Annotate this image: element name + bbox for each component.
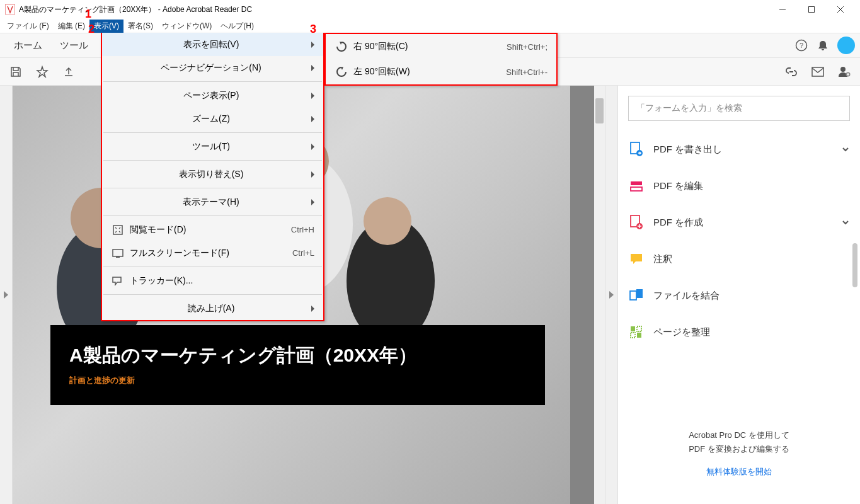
annotation-3: 3 [310, 23, 316, 36]
close-button[interactable] [826, 0, 855, 19]
chevron-down-icon [841, 145, 850, 154]
menu-sign[interactable]: 署名(S) [123, 20, 158, 33]
submenu-arrow-icon [311, 116, 314, 122]
submenu-arrow-icon [311, 171, 314, 178]
submenu-arrow-icon [311, 199, 314, 205]
svg-rect-33 [636, 289, 643, 298]
submenu-arrow-icon [311, 65, 314, 71]
user-avatar[interactable] [837, 37, 855, 54]
menu-read-aloud[interactable]: 読み上げ(A) [102, 297, 323, 320]
svg-rect-32 [630, 291, 636, 300]
tool-label: ファイルを結合 [653, 290, 850, 302]
svg-text:?: ? [800, 42, 803, 49]
svg-rect-39 [113, 249, 123, 256]
mail-icon[interactable] [806, 60, 830, 84]
rotate-ccw-icon [335, 65, 348, 79]
search-tools-input[interactable]: 「フォームを入力」を検索 [628, 96, 850, 121]
svg-rect-34 [631, 326, 635, 331]
menu-file[interactable]: ファイル (F) [3, 20, 54, 33]
tool-comment[interactable]: 注釈 [628, 241, 850, 277]
export-pdf-icon [628, 141, 645, 158]
menu-fullscreen[interactable]: フルスクリーンモード(F)Ctrl+L [102, 241, 323, 265]
menu-rotate-ccw[interactable]: 左 90°回転(W)Shift+Ctrl+- [326, 59, 556, 84]
promo-text-2: PDF を変換および編集する [637, 442, 841, 456]
svg-rect-27 [631, 187, 642, 191]
link-icon[interactable] [779, 60, 803, 84]
tool-label: ページを整理 [653, 326, 850, 338]
document-subtitle: 計画と進捗の更新 [69, 375, 526, 386]
view-menu-dropdown: 表示を回転(V) ページナビゲーション(N) ページ表示(P) ズーム(Z) ツ… [101, 33, 324, 321]
chevron-down-icon [841, 218, 850, 227]
menu-zoom[interactable]: ズーム(Z) [102, 107, 323, 130]
tool-export-pdf[interactable]: PDF を書き出し [628, 131, 850, 168]
edit-pdf-icon [628, 178, 645, 194]
menu-rotate-cw[interactable]: 右 90°回転(C)Shift+Ctrl+; [326, 34, 556, 59]
menu-page-navigation[interactable]: ページナビゲーション(N) [102, 56, 323, 79]
menu-tracker[interactable]: トラッカー(K)... [102, 269, 323, 292]
submenu-arrow-icon [311, 93, 314, 99]
tool-edit-pdf[interactable]: PDF を編集 [628, 168, 850, 204]
svg-rect-13 [812, 67, 823, 76]
menu-page-display[interactable]: ページ表示(P) [102, 84, 323, 107]
help-icon[interactable]: ? [791, 35, 812, 56]
menu-help[interactable]: ヘルプ(H) [216, 20, 258, 33]
create-pdf-icon [628, 214, 645, 231]
vertical-scrollbar[interactable] [594, 86, 605, 504]
tool-label: PDF を書き出し [653, 144, 841, 156]
menu-window[interactable]: ウィンドウ(W) [158, 20, 216, 33]
mid-rail[interactable] [605, 86, 617, 504]
menu-edit[interactable]: 編集 (E) [54, 20, 89, 33]
left-rail[interactable] [0, 86, 13, 504]
promo-area: Acrobat Pro DC を使用して PDF を変換および編集する 無料体験… [618, 416, 860, 504]
tool-organize[interactable]: ページを整理 [628, 314, 850, 350]
window-title: A製品のマーケティング計画（20XX年） - Adobe Acrobat Rea… [19, 4, 768, 15]
minimize-button[interactable] [768, 0, 797, 19]
scrollbar-thumb[interactable] [595, 98, 604, 123]
menu-rotate-view[interactable]: 表示を回転(V) [102, 33, 323, 56]
right-panel-scrollbar[interactable] [852, 243, 857, 287]
svg-rect-35 [631, 333, 635, 338]
svg-rect-37 [637, 333, 641, 338]
menu-display-theme[interactable]: 表示テーマ(H) [102, 190, 323, 214]
comment-icon [628, 251, 645, 267]
upload-icon[interactable] [57, 60, 81, 84]
menu-read-mode[interactable]: 閲覧モード(D)Ctrl+H [102, 218, 323, 241]
add-person-icon[interactable] [832, 60, 856, 84]
search-placeholder: 「フォームを入力」を検索 [636, 103, 742, 114]
tab-home[interactable]: ホーム [5, 40, 51, 52]
svg-rect-36 [637, 326, 641, 331]
app-icon [5, 4, 15, 14]
tool-combine[interactable]: ファイルを結合 [628, 277, 850, 314]
svg-rect-2 [809, 7, 815, 13]
bell-icon[interactable] [812, 35, 834, 56]
promo-text-1: Acrobat Pro DC を使用して [637, 428, 841, 442]
expand-right-icon [4, 291, 8, 299]
tools-list: PDF を書き出し PDF を編集 PDF を作成 注釈 ファイルを結合 [618, 131, 860, 350]
menu-bar: 1 2 3 ファイル (F) 編集 (E) 表示(V) 署名(S) ウィンドウ(… [0, 19, 860, 33]
save-icon[interactable] [4, 60, 28, 84]
tab-tools[interactable]: ツール [51, 40, 97, 52]
document-banner: A製品のマーケティング計画（20XX年） 計画と進捗の更新 [50, 325, 545, 405]
annotation-1: 1 [85, 8, 91, 21]
tool-label: PDF を編集 [653, 180, 850, 192]
annotation-2: 2 [88, 23, 95, 36]
menu-tools[interactable]: ツール(T) [102, 135, 323, 158]
svg-rect-26 [631, 181, 642, 185]
tool-create-pdf[interactable]: PDF を作成 [628, 204, 850, 241]
svg-rect-40 [116, 256, 120, 258]
rotate-submenu: 右 90°回転(C)Shift+Ctrl+; 左 90°回転(W)Shift+C… [324, 33, 558, 86]
tracker-icon [111, 274, 125, 288]
tool-label: 注釈 [653, 253, 850, 265]
submenu-arrow-icon [311, 306, 314, 312]
svg-point-14 [840, 67, 846, 72]
menu-view[interactable]: 表示(V) [89, 20, 123, 33]
promo-link[interactable]: 無料体験版を開始 [637, 465, 841, 479]
submenu-arrow-icon [311, 42, 314, 48]
menu-show-hide[interactable]: 表示切り替え(S) [102, 163, 323, 186]
organize-icon [628, 324, 645, 340]
star-icon[interactable] [30, 60, 54, 84]
expand-right-icon [609, 291, 614, 299]
maximize-button[interactable] [797, 0, 826, 19]
svg-point-23 [364, 197, 411, 245]
right-panel: 「フォームを入力」を検索 PDF を書き出し PDF を編集 PDF を作成 注… [617, 86, 860, 504]
